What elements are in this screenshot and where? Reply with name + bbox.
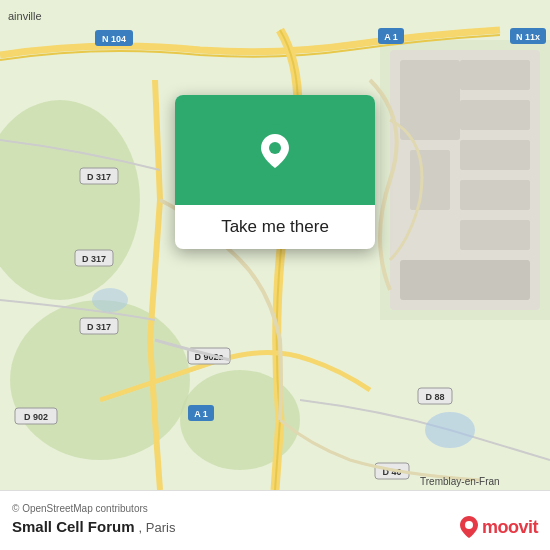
- moovit-pin-icon: [460, 516, 478, 538]
- moovit-logo: moovit: [460, 516, 538, 538]
- svg-text:D 317: D 317: [87, 322, 111, 332]
- svg-text:ainville: ainville: [8, 10, 42, 22]
- svg-text:D 317: D 317: [87, 172, 111, 182]
- moovit-brand-label: moovit: [482, 517, 538, 538]
- svg-point-42: [465, 521, 473, 529]
- popup-header: [175, 95, 375, 205]
- svg-rect-6: [400, 60, 460, 140]
- bottom-row: Small Cell Forum, Paris moovit: [12, 516, 538, 538]
- svg-text:A 1: A 1: [194, 409, 208, 419]
- bottom-bar: © OpenStreetMap contributors Small Cell …: [0, 490, 550, 550]
- map-attribution: © OpenStreetMap contributors: [12, 503, 538, 514]
- venue-info: Small Cell Forum, Paris: [12, 518, 175, 536]
- svg-text:N 104: N 104: [102, 34, 126, 44]
- location-popup: Take me there: [175, 95, 375, 249]
- svg-rect-9: [460, 100, 530, 130]
- take-me-there-button[interactable]: Take me there: [195, 217, 355, 237]
- svg-point-37: [92, 288, 128, 312]
- venue-name: Small Cell Forum: [12, 518, 135, 535]
- svg-text:D 902: D 902: [24, 412, 48, 422]
- svg-text:N 11x: N 11x: [516, 32, 540, 42]
- svg-text:D 317: D 317: [82, 254, 106, 264]
- svg-rect-12: [460, 220, 530, 250]
- svg-rect-13: [400, 260, 530, 300]
- svg-rect-7: [410, 150, 450, 210]
- svg-text:D 88: D 88: [425, 392, 444, 402]
- venue-city: , Paris: [139, 520, 176, 535]
- svg-point-41: [269, 142, 281, 154]
- svg-rect-8: [460, 60, 530, 90]
- popup-body: Take me there: [175, 205, 375, 249]
- svg-text:A 1: A 1: [384, 32, 398, 42]
- svg-rect-11: [460, 180, 530, 210]
- map-area[interactable]: N 104 D 317 D 317 D 317 A 1 A 1 N 11x D …: [0, 0, 550, 490]
- location-pin-icon: [249, 124, 301, 176]
- svg-rect-10: [460, 140, 530, 170]
- svg-text:Tremblay-en-Fran: Tremblay-en-Fran: [420, 476, 500, 487]
- svg-point-36: [425, 412, 475, 448]
